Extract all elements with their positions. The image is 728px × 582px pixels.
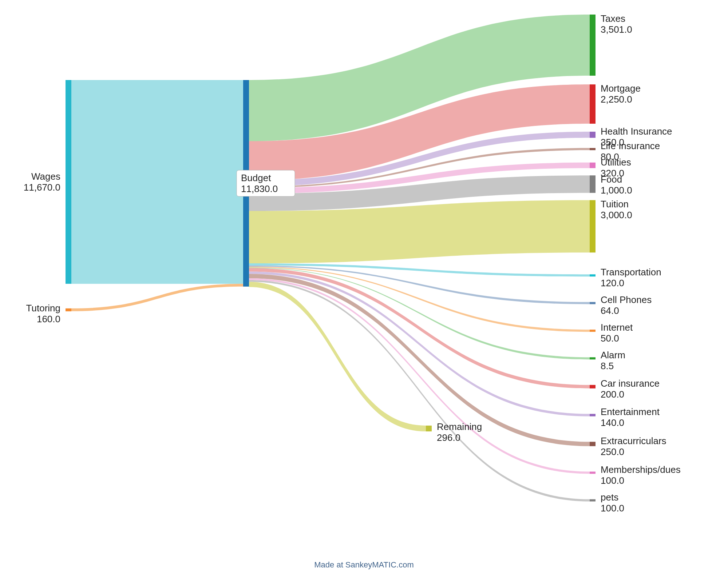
node-bar-remaining [426,426,432,431]
node-value: 100.0 [601,503,624,514]
node-name: pets [601,492,618,503]
node-bar-health [590,132,596,138]
node-value: 120.0 [601,278,624,288]
node-bar-mortgage [590,84,596,124]
node-name: Alarm [601,350,625,360]
node-label-entertain: Entertainment140.0 [601,406,660,428]
node-value: 296.0 [437,432,460,443]
flow-wages-budget [71,80,243,284]
node-bar-internet [590,330,596,332]
node-name: Transportation [601,267,661,278]
node-label-wages: Wages11,670.0 [24,171,60,193]
node-name: Internet [601,322,633,333]
node-label-pets: pets100.0 [601,492,624,514]
node-label-tutoring: Tutoring160.0 [26,303,60,324]
node-bar-food [590,175,596,193]
flow-budget-internet [249,267,590,332]
node-value: 11,670.0 [24,182,60,193]
node-value: 250.0 [601,446,624,457]
node-name: Utilities [601,157,631,168]
node-name: Cell Phones [601,294,652,305]
node-name: Life Insurance [601,140,660,151]
node-name: Tutoring [26,303,60,314]
node-name: Health Insurance [601,126,672,137]
node-bar-transport [590,274,596,276]
node-label-extra: Extracurriculars250.0 [601,435,666,457]
node-bar-alarm [590,357,596,359]
node-bar-tuition [590,200,596,252]
node-label-taxes: Taxes3,501.0 [601,13,632,35]
node-bar-life [590,148,596,150]
node-name: Car insurance [601,378,660,389]
node-label-cell: Cell Phones64.0 [601,294,652,316]
node-name: Extracurriculars [601,435,666,446]
node-bar-wages [66,80,71,284]
node-bar-carins [590,385,596,388]
node-name: Mortgage [601,83,641,94]
node-label-food: Food1,000.0 [601,174,632,196]
node-name: Wages [31,171,60,182]
node-value: 2,250.0 [601,94,632,105]
node-value: 8.5 [601,360,614,371]
node-label-budget: Budget11,830.0 [237,170,295,196]
node-label-carins: Car insurance200.0 [601,378,660,400]
node-bar-member [590,472,596,474]
node-value: 11,830.0 [241,183,278,194]
node-value: 1,000.0 [601,185,632,196]
flow-budget-extra [249,274,590,446]
node-bar-tutoring [66,308,71,311]
node-name: Taxes [601,13,625,24]
node-label-alarm: Alarm8.5 [601,350,625,371]
sankey-diagram: Wages11,670.0Tutoring160.0Taxes3,501.0Mo… [0,0,728,582]
node-name: Memberships/dues [601,464,681,475]
node-bar-pets [590,499,596,502]
node-bar-extra [590,442,596,446]
node-label-mortgage: Mortgage2,250.0 [601,83,641,105]
node-name: Budget [241,172,271,183]
node-name: Entertainment [601,406,660,417]
node-bar-entertain [590,414,596,416]
node-label-internet: Internet50.0 [601,322,633,344]
chart-attribution: Made at SankeyMATIC.com [314,560,414,569]
node-label-transport: Transportation120.0 [601,267,661,288]
flow-tutoring-budget [71,284,243,311]
node-value: 140.0 [601,417,624,428]
node-bar-taxes [590,15,596,76]
node-name: Tuition [601,199,629,210]
node-value: 3,000.0 [601,210,632,220]
node-value: 200.0 [601,389,624,400]
node-bar-utilities [590,163,596,168]
flow-budget-remaining [249,282,426,431]
node-value: 160.0 [37,314,60,324]
node-value: 3,501.0 [601,24,632,35]
node-name: Remaining [437,421,482,432]
node-value: 64.0 [601,305,619,316]
node-label-tuition: Tuition3,000.0 [601,199,632,220]
node-bar-cell [590,302,596,304]
node-label-member: Memberships/dues100.0 [601,464,681,486]
node-value: 100.0 [601,475,624,486]
node-value: 50.0 [601,333,619,344]
flow-budget-entertain [249,271,590,416]
flows [71,15,590,502]
node-name: Food [601,174,622,185]
